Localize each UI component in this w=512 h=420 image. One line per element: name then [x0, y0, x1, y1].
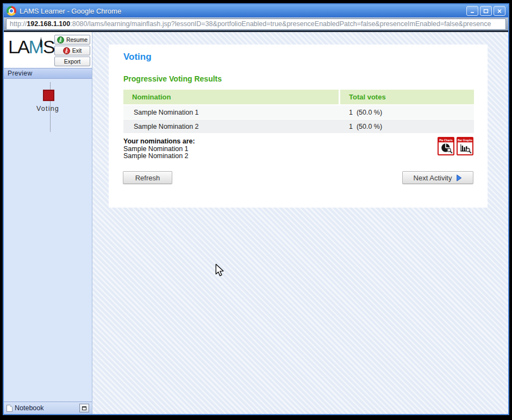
exit-label: Exit [72, 47, 82, 54]
table-row: Sample Nomination 1 1 (50.0 %) [123, 105, 474, 119]
screenshot-stage: LAMS Learner - Google Chrome http://192.… [0, 0, 512, 420]
minimize-icon [470, 9, 475, 14]
pie-chart-banner-label: Pie Charts [439, 138, 453, 142]
lams-sidebar: LAMS Resume [4, 32, 92, 414]
bar-graph-banner-label: Bar Graphs [458, 138, 472, 142]
resume-walker-icon [57, 36, 64, 43]
minimize-button[interactable] [466, 6, 478, 16]
nomination-item: Sample Nomination 1 [123, 146, 195, 153]
notebook-expand-button[interactable] [79, 404, 89, 412]
page-title: Voting [123, 52, 152, 62]
maximize-button[interactable] [480, 6, 492, 16]
export-label: Export [64, 58, 80, 65]
notebook-bar[interactable]: Notebook [4, 402, 92, 414]
bar-graph-button[interactable]: Bar Graphs [457, 137, 473, 155]
address-input[interactable]: http://192.168.1.100:8080/lams/learning/… [6, 18, 506, 30]
next-arrow-icon [456, 174, 462, 181]
export-button[interactable]: Export [54, 57, 90, 66]
sidebar-logo-area: LAMS Resume [4, 32, 92, 68]
nomination-cell: Sample Nomination 1 [123, 109, 339, 116]
preview-label: Preview [8, 70, 32, 77]
table-row: Sample Nomination 2 1 (50.0 %) [123, 120, 474, 133]
chrome-logo-icon [7, 6, 16, 16]
chrome-logo-core [10, 9, 13, 12]
magnifier-icon [465, 147, 472, 154]
column-header-total-votes: Total votes [340, 90, 474, 104]
lams-logo-post: S [43, 36, 54, 57]
notebook-page-icon [7, 405, 13, 412]
restore-window-icon [82, 406, 86, 410]
window-titlebar[interactable]: LAMS Learner - Google Chrome [4, 4, 508, 17]
window-title: LAMS Learner - Google Chrome [20, 7, 463, 15]
mouse-cursor [215, 264, 224, 277]
refresh-button[interactable]: Refresh [123, 171, 172, 184]
lams-pen-icon [40, 40, 42, 47]
url-rest: :8080/lams/learning/mainflash.jsp?lesson… [70, 20, 491, 28]
sidebar-buttons: Resume Exit Export [54, 35, 90, 66]
lesson-main-area: Voting Progressive Voting Results Nomina… [92, 32, 508, 414]
browser-window: LAMS Learner - Google Chrome http://192.… [3, 3, 509, 415]
magnifier-icon [446, 147, 453, 154]
exit-button[interactable]: Exit [54, 46, 90, 55]
results-subtitle: Progressive Voting Results [123, 74, 222, 83]
chart-view-buttons: Pie Charts Bar [438, 137, 473, 155]
voting-results-table: Nomination Total votes Sample Nomination… [123, 90, 474, 134]
your-nominations-heading: Your nominations are: [123, 138, 195, 146]
pie-chart-button[interactable]: Pie Charts [438, 137, 454, 155]
lams-logo: LAMS [8, 37, 54, 56]
activity-tree-panel: Voting [4, 79, 92, 402]
next-activity-label: Next Activity [414, 174, 452, 182]
url-host: 192.168.1.100 [27, 20, 70, 28]
close-button[interactable] [494, 6, 505, 16]
resume-button[interactable]: Resume [54, 35, 90, 45]
url-prefix: http:// [10, 20, 27, 28]
your-nominations-block: Your nominations are: Sample Nomination … [123, 138, 195, 160]
url-bar: http://192.168.1.100:8080/lams/learning/… [4, 17, 508, 32]
lams-logo-pre: LA [8, 36, 29, 57]
total-votes-cell: 1 (50.0 %) [339, 109, 474, 116]
notebook-page-fold [10, 405, 13, 407]
voting-activity-label: Voting [4, 105, 92, 112]
column-header-nomination: Nomination [123, 90, 339, 104]
window-controls [466, 6, 505, 16]
exit-runner-icon [63, 47, 70, 54]
total-votes-cell: 1 (50.0 %) [339, 123, 474, 130]
next-activity-button[interactable]: Next Activity [402, 171, 473, 184]
notebook-label: Notebook [15, 404, 44, 412]
voting-activity-node[interactable] [43, 90, 54, 101]
page-content: LAMS Resume [4, 32, 508, 414]
maximize-icon [483, 9, 489, 14]
voting-results-card: Voting Progressive Voting Results Nomina… [109, 45, 488, 208]
nomination-cell: Sample Nomination 2 [123, 123, 339, 130]
table-header-row: Nomination Total votes [123, 90, 474, 104]
preview-header: Preview [4, 68, 92, 79]
close-icon [497, 9, 502, 14]
resume-label: Resume [66, 36, 88, 43]
nomination-item: Sample Nomination 2 [123, 153, 195, 160]
refresh-label: Refresh [135, 174, 160, 182]
